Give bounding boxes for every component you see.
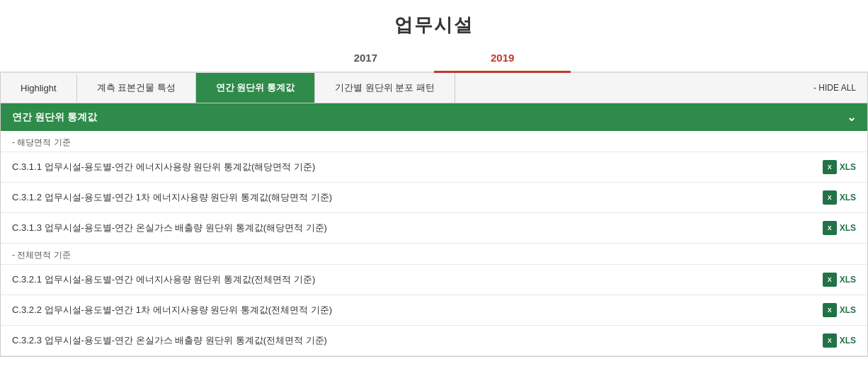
year-tab-2017[interactable]: 2017 — [297, 45, 434, 73]
xls-label: XLS — [840, 193, 856, 202]
table-row: C.3.2.2 업무시설-용도별-연간 1차 에너지사용량 원단위 통계값(전체… — [1, 295, 867, 326]
xls-icon: X — [823, 160, 837, 174]
table-row: C.3.1.3 업무시설-용도별-연간 온실가스 배출량 원단위 통계값(해당면… — [1, 213, 867, 244]
row-label-c312: C.3.1.2 업무시설-용도별-연간 1차 에너지사용량 원단위 통계값(해당… — [12, 191, 332, 204]
subsection-label-area-basis: - 해당면적 기준 — [1, 131, 867, 152]
xls-icon: X — [823, 221, 837, 235]
table-row: C.3.2.1 업무시설-용도별-연간 에너지사용량 원단위 통계값(전체면적 … — [1, 265, 867, 295]
content-area: 연간 원단위 통계값 ⌄ - 해당면적 기준 C.3.1.1 업무시설-용도별-… — [0, 103, 868, 357]
xls-download-c323[interactable]: X XLS — [823, 333, 856, 348]
xls-icon: X — [823, 273, 837, 287]
chevron-down-icon[interactable]: ⌄ — [847, 110, 856, 124]
tab-building-characteristics[interactable]: 계측 표본건물 특성 — [77, 73, 196, 103]
row-label-c322: C.3.2.2 업무시설-용도별-연간 1차 에너지사용량 원단위 통계값(전체… — [12, 304, 332, 316]
table-row: C.3.1.2 업무시설-용도별-연간 1차 에너지사용량 원단위 통계값(해당… — [1, 183, 867, 213]
xls-label: XLS — [840, 275, 856, 285]
tab-highlight[interactable]: Highlight — [1, 74, 77, 102]
section-header: 연간 원단위 통계값 ⌄ — [1, 103, 867, 131]
xls-label: XLS — [840, 162, 856, 172]
xls-icon: X — [823, 303, 837, 317]
row-label-c321: C.3.2.1 업무시설-용도별-연간 에너지사용량 원단위 통계값(전체면적 … — [12, 273, 315, 286]
table-row: C.3.2.3 업무시설-용도별-연간 온실가스 배출량 원단위 통계값(전체면… — [1, 326, 867, 356]
xls-download-c312[interactable]: X XLS — [823, 190, 856, 205]
xls-download-c313[interactable]: X XLS — [823, 221, 856, 235]
xls-icon: X — [823, 190, 837, 205]
main-container: 업무시설 2017 2019 Highlight 계측 표본건물 특성 연간 원… — [0, 0, 868, 357]
content-tabs: Highlight 계측 표본건물 특성 연간 원단위 통계값 기간별 원단위 … — [0, 73, 868, 103]
tab-period-pattern[interactable]: 기간별 원단위 분포 패턴 — [315, 73, 455, 103]
xls-label: XLS — [840, 305, 856, 315]
xls-download-c321[interactable]: X XLS — [823, 273, 856, 287]
year-tab-2019[interactable]: 2019 — [434, 45, 571, 73]
xls-label: XLS — [840, 336, 856, 346]
row-label-c323: C.3.2.3 업무시설-용도별-연간 온실가스 배출량 원단위 통계값(전체면… — [12, 334, 327, 347]
xls-download-c322[interactable]: X XLS — [823, 303, 856, 317]
xls-label: XLS — [840, 223, 856, 233]
year-tabs: 2017 2019 — [0, 45, 868, 73]
hide-all-button[interactable]: - HIDE ALL — [802, 74, 867, 101]
table-row: C.3.1.1 업무시설-용도별-연간 에너지사용량 원단위 통계값(해당면적 … — [1, 152, 867, 183]
page-title: 업무시설 — [0, 0, 868, 45]
row-label-c313: C.3.1.3 업무시설-용도별-연간 온실가스 배출량 원단위 통계값(해당면… — [12, 222, 327, 234]
tab-annual-stats[interactable]: 연간 원단위 통계값 — [196, 73, 315, 103]
section-title: 연간 원단위 통계값 — [12, 111, 97, 124]
xls-icon: X — [823, 333, 837, 348]
xls-download-c311[interactable]: X XLS — [823, 160, 856, 174]
subsection-label-total-area-basis: - 전체면적 기준 — [1, 244, 867, 265]
row-label-c311: C.3.1.1 업무시설-용도별-연간 에너지사용량 원단위 통계값(해당면적 … — [12, 161, 315, 173]
